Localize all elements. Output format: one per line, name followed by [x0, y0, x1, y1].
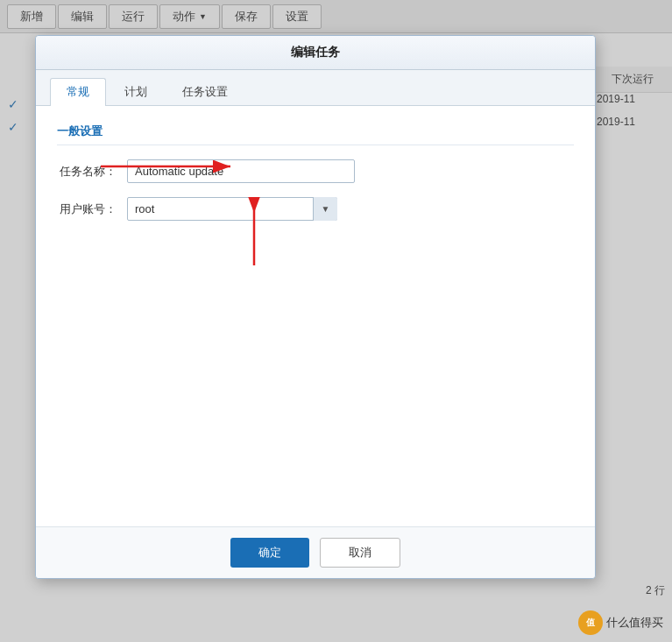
tab-schedule[interactable]: 计划	[108, 78, 164, 106]
watermark-text: 什么值得买	[606, 615, 663, 631]
watermark: 值 什么值得买	[578, 610, 663, 635]
task-name-label: 任务名称：	[57, 164, 127, 180]
watermark-logo: 值	[578, 610, 603, 635]
task-name-input[interactable]	[127, 159, 355, 183]
section-general-settings: 一般设置	[57, 123, 574, 145]
user-account-row: 用户账号： root ▼	[57, 197, 574, 221]
edit-task-dialog: 编辑任务 常规 计划 任务设置 一般设置 任务名称： 用户账号： root ▼	[35, 35, 596, 579]
dialog-footer: 确定 取消	[36, 526, 595, 578]
tab-general[interactable]: 常规	[50, 78, 106, 106]
user-account-select-wrap: root ▼	[127, 197, 337, 221]
task-name-row: 任务名称：	[57, 159, 574, 183]
cancel-button[interactable]: 取消	[320, 538, 400, 568]
task-name-input-wrap	[127, 159, 355, 183]
dialog-body: 一般设置 任务名称： 用户账号： root ▼	[36, 106, 595, 526]
dialog-title: 编辑任务	[36, 36, 595, 70]
tab-task-settings[interactable]: 任务设置	[166, 78, 244, 106]
confirm-button[interactable]: 确定	[230, 538, 309, 568]
user-account-select[interactable]: root	[127, 197, 337, 221]
dialog-tabs: 常规 计划 任务设置	[36, 70, 595, 106]
user-account-label: 用户账号：	[57, 201, 127, 217]
